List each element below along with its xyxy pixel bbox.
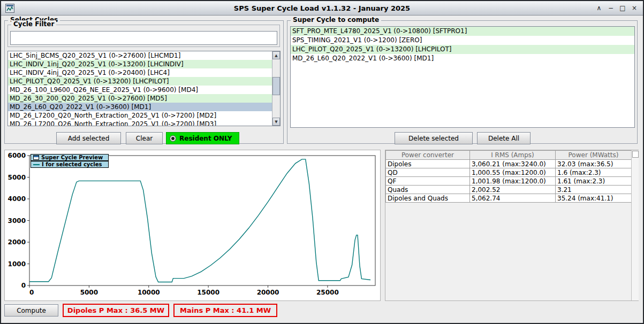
super-cycle-list-item[interactable]: SPS_TIMING_2021_V1 (0->1200) [ZERO] [291,36,634,45]
svg-text:10000: 10000 [138,289,160,296]
scroll-down-icon[interactable]: ▼ [272,118,280,126]
table-cell: 1.61 (max:2.3) [556,177,632,186]
svg-text:4000: 4000 [8,195,26,203]
table-row[interactable]: Dipoles and Quads5,062.7435.24 (max:41.1… [386,194,632,203]
scrollbar-thumb[interactable] [272,77,280,95]
legend-entry: Super Cycle Preview [31,154,109,161]
window-title: SPS Super Cycle Load v1.1.32 - January 2… [1,1,643,15]
table-cell: 3,060.21 (max:3240.0) [470,160,556,168]
cycle-filter-group: Cycle Filter [7,25,280,47]
super-cycle-list-item[interactable]: MD_26_L60_Q20_2022_V1 (0->3600) [MD1] [291,54,634,63]
table-row[interactable]: Quads2,002.523.21 [386,186,632,194]
table-cell: 35.24 (max:41.1) [556,194,632,203]
compute-button[interactable]: Compute [4,304,58,317]
table-cell: QF [386,177,470,186]
power-table-panel: Power converterI RMS (Amps)Power (MWatts… [385,150,639,301]
cycle-list-item[interactable]: MD_26_L7200_Q20_North_Extraction_2025_V1… [8,111,272,120]
cycle-list-item[interactable]: LHC_INDIV_1inj_Q20_2025_V1 (0->13200) [L… [8,60,272,68]
table-cell: Dipoles and Quads [386,194,470,203]
radio-icon[interactable] [170,135,176,142]
select-cycles-group: Select Cycles Cycle Filter LHC_5inj_BCMS… [4,20,284,144]
line-swatch-icon [33,164,40,165]
svg-text:15000: 15000 [197,289,219,296]
window-controls: ∧ − □ × [595,1,639,15]
scroll-up-icon[interactable]: ▲ [272,51,280,59]
close-button[interactable]: × [630,4,639,12]
table-row[interactable]: QD1,000.55 (max:1200.0)1.6 (max:2.3) [386,168,632,177]
super-cycle-group: Super Cycle to compute SFT_PRO_MTE_L4780… [287,20,638,144]
power-table: Power converterI RMS (Amps)Power (MWatts… [385,150,632,203]
super-cycle-list-item[interactable]: LHC_PILOT_Q20_2025_V1 (0->13200) [LHCPIL… [291,45,634,54]
table-cell: 32.03 (max:36.5) [556,160,632,168]
preview-icon [33,155,39,160]
delete-selected-button[interactable]: Delete selected [395,132,473,144]
table-cell: 1.6 (max:2.3) [556,168,632,177]
table-cell: 5,062.74 [470,194,556,203]
legend-label: Super Cycle Preview [41,155,103,160]
super-cycle-list[interactable]: SFT_PRO_MTE_L4780_2025_V1 (0->10800) [SF… [290,26,635,128]
power-table-body: Dipoles3,060.21 (max:3240.0)32.03 (max:3… [386,160,632,203]
shade-button[interactable]: ∧ [595,4,603,12]
add-selected-button[interactable]: Add selected [56,132,121,144]
svg-text:0: 0 [21,282,26,289]
maximize-button[interactable]: □ [618,4,627,12]
table-row[interactable]: Dipoles3,060.21 (max:3240.0)32.03 (max:3… [386,160,632,168]
super-cycle-title: Super Cycle to compute [291,16,381,24]
svg-text:3000: 3000 [8,217,26,225]
legend-label: I for selected cycles [42,161,102,167]
delete-all-button[interactable]: Delete All [477,132,531,144]
title-bar[interactable]: SPS Super Cycle Load v1.1.32 - January 2… [1,1,643,16]
cycle-list-item[interactable]: MD_26_L7200_Q26_North_Extraction_2025_V1… [8,120,272,126]
super-cycle-chart: 0100020003000400050006000050001000015000… [4,150,381,301]
table-row[interactable]: QF1,001.98 (max:1200.0)1.61 (max:2.3) [386,177,632,186]
cycle-filter-title: Cycle Filter [11,20,56,28]
table-cell: QD [386,168,470,177]
table-header-cell: Power converter [386,151,470,160]
table-cell: Quads [386,186,470,194]
super-cycle-list-item[interactable]: SFT_PRO_MTE_L4780_2025_V1 (0->10800) [SF… [291,27,634,36]
cycle-list[interactable]: LHC_5inj_BCMS_Q20_2025_V1 (0->27600) [LH… [7,51,281,126]
cycle-list-item[interactable]: LHC_PILOT_Q20_2025_V1 (0->13200) [LHCPIL… [8,77,272,86]
power-table-header-row: Power converterI RMS (Amps)Power (MWatts… [386,151,632,160]
application-window: { "window": { "title": "SPS Super Cycle … [0,0,644,324]
dipoles-pmax-label: Dipoles P Max : 36.5 MW [63,304,169,317]
svg-text:5000: 5000 [8,174,26,181]
cycle-list-item[interactable]: LHC_INDIV_4inj_Q20_2025_V1 (0->20400) [L… [8,68,272,77]
minimize-button[interactable]: − [607,4,615,12]
table-cell: 1,001.98 (max:1200.0) [470,177,556,186]
table-cell: Dipoles [386,160,470,168]
table-scrollbar[interactable] [631,150,639,300]
resident-only-label: Resident ONLY [179,135,232,142]
cycle-list-item[interactable]: MD_26_L60_Q20_2022_V1 (0->3600) [MD1] [8,103,272,111]
cycle-list-scrollbar[interactable]: ▲ ▼ [272,51,280,126]
table-cell: 1,000.55 (max:1200.0) [470,168,556,177]
svg-text:0: 0 [29,289,34,296]
cycle-filter-input[interactable] [10,31,277,45]
clear-button[interactable]: Clear [126,132,163,144]
chart-svg: 0100020003000400050006000050001000015000… [5,150,380,300]
chart-legend: Super Cycle PreviewI for selected cycles [31,154,109,168]
mains-pmax-label: Mains P Max : 41.1 MW [173,304,277,317]
table-cell: 3.21 [556,186,632,194]
cycle-list-item[interactable]: MD_26_100_L9600_Q26_NE_EE_2025_V1 (0->96… [8,86,272,94]
svg-text:20000: 20000 [257,289,279,296]
legend-entry: I for selected cycles [31,161,109,168]
svg-text:5000: 5000 [80,289,98,296]
svg-text:1000: 1000 [8,260,26,268]
table-header-cell: Power (MWatts) [556,151,632,160]
resident-only-toggle[interactable]: Resident ONLY [166,132,239,144]
table-scrollbar-thumb[interactable] [632,151,639,158]
svg-text:25000: 25000 [316,289,339,296]
svg-text:2000: 2000 [8,238,26,246]
table-header-cell: I RMS (Amps) [470,151,556,160]
cycle-list-item[interactable]: LHC_5inj_BCMS_Q20_2025_V1 (0->27600) [LH… [8,51,272,60]
svg-text:6000: 6000 [8,152,26,159]
table-cell: 2,002.52 [470,186,556,194]
cycle-list-item[interactable]: MD_26_30_200_Q20_2025_V1 (0->27600) [MD5… [8,94,272,103]
